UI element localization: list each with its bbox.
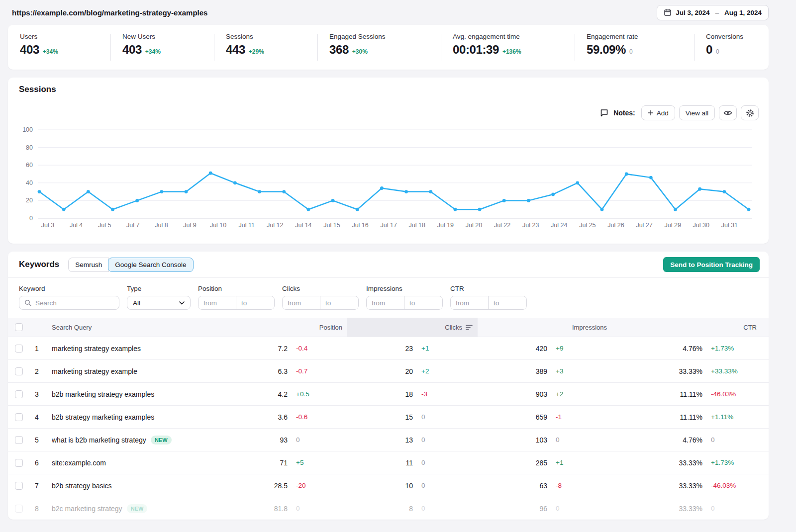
ctr-value: 11.11% (612, 390, 702, 398)
row-checkbox[interactable] (15, 345, 23, 353)
clicks-value: 13 (347, 436, 413, 444)
row-number: 8 (35, 505, 52, 513)
ctr-change: +33.33% (702, 367, 762, 375)
sort-desc-icon (466, 325, 473, 330)
metric-label: Engaged Sessions (329, 33, 441, 40)
impressions-value: 903 (478, 390, 547, 398)
clicks-change: 0 (413, 436, 478, 443)
clicks-change: +2 (413, 367, 478, 375)
keyword-filter: Keyword (19, 285, 119, 310)
position-from-input[interactable] (199, 296, 236, 309)
keywords-source-tabs: Semrush Google Search Console (68, 258, 193, 272)
impressions-value: 285 (478, 459, 547, 467)
tab-google-search-console[interactable]: Google Search Console (108, 258, 193, 272)
ctr-to-input[interactable] (489, 296, 526, 309)
clicks-from-input[interactable] (283, 296, 320, 309)
ctr-range (450, 296, 527, 310)
row-checkbox[interactable] (15, 459, 23, 467)
type-filter-label: Type (127, 285, 191, 292)
table-row: 4b2b strategy marketing examples3.6-0.61… (8, 405, 769, 428)
position-filter-label: Position (198, 285, 275, 292)
table-row: 3b2b marketing strategy examples4.2+0.51… (8, 382, 769, 405)
clicks-value: 20 (347, 367, 413, 375)
impressions-value: 103 (478, 436, 547, 444)
clicks-value: 23 (347, 345, 413, 353)
keyword-search-input[interactable] (19, 296, 119, 310)
svg-text:20: 20 (26, 197, 33, 204)
row-number: 5 (35, 436, 52, 444)
metric-value-row: 00 (706, 43, 769, 57)
clicks-to-input[interactable] (320, 296, 358, 309)
ctr-from-input[interactable] (451, 296, 489, 309)
metric-value: 00:01:39 (453, 43, 499, 57)
ctr-value: 11.11% (612, 413, 702, 421)
toggle-notes-visibility-button[interactable] (719, 105, 737, 120)
tab-semrush[interactable]: Semrush (68, 258, 109, 272)
clicks-value: 8 (347, 505, 413, 513)
header-position[interactable]: Position (234, 324, 347, 331)
select-all-checkbox[interactable] (15, 323, 23, 331)
impressions-change: +1 (547, 459, 612, 466)
chevron-down-icon (179, 301, 185, 305)
impressions-to-input[interactable] (404, 296, 442, 309)
table-row: 7b2b strategy basics28.5-2010063-833.33%… (8, 474, 769, 497)
svg-text:100: 100 (22, 126, 33, 133)
metric-label: Conversions (706, 33, 769, 40)
ctr-value: 4.76% (612, 345, 702, 353)
svg-text:Jul 20: Jul 20 (466, 222, 482, 229)
table-row: 2marketing strategy example6.3-0.720+238… (8, 359, 769, 382)
keyword-query: b2c marketing strategy (52, 505, 122, 513)
row-checkbox[interactable] (15, 436, 23, 444)
position-value: 3.6 (234, 413, 288, 421)
impressions-change: -1 (547, 413, 612, 421)
send-to-position-tracking-button[interactable]: Send to Position Tracking (663, 257, 760, 272)
svg-text:Jul 22: Jul 22 (494, 222, 510, 229)
position-value: 28.5 (234, 482, 288, 490)
position-change: -0.4 (288, 345, 347, 352)
row-checkbox[interactable] (15, 413, 23, 421)
impressions-change: 0 (547, 505, 612, 512)
keywords-panel: Keywords Semrush Google Search Console S… (8, 252, 769, 520)
table-row: 6site:example.com71+5110285+133.33%+1.73… (8, 451, 769, 474)
clicks-change: 0 (413, 459, 478, 466)
view-all-notes-button[interactable]: View all (679, 105, 715, 120)
impressions-value: 63 (478, 482, 547, 490)
svg-text:Jul 24: Jul 24 (551, 222, 567, 229)
type-select[interactable]: All (127, 296, 191, 310)
ctr-value: 4.76% (612, 436, 702, 444)
ctr-value: 33.33% (612, 482, 702, 490)
row-checkbox[interactable] (15, 390, 23, 398)
metric-value-row: 443+29% (226, 43, 317, 57)
chart-settings-button[interactable] (741, 105, 759, 120)
metric-engagement-rate: Engagement rate59.09%0 (575, 33, 694, 62)
row-number: 7 (35, 482, 52, 490)
impressions-change: +9 (547, 345, 612, 352)
metric-label: Users (20, 33, 110, 40)
impressions-from-input[interactable] (367, 296, 404, 309)
clicks-value: 11 (347, 459, 413, 467)
header-clicks[interactable]: Clicks (347, 318, 478, 337)
clicks-value: 15 (347, 413, 413, 421)
row-checkbox[interactable] (15, 482, 23, 490)
row-checkbox[interactable] (15, 367, 23, 375)
type-filter: Type All (127, 285, 191, 310)
top-bar: https://example.com/blog/marketing-strat… (8, 0, 769, 25)
svg-text:Jul 7: Jul 7 (126, 222, 139, 229)
position-change: +5 (288, 459, 347, 466)
position-to-input[interactable] (236, 296, 274, 309)
header-impressions[interactable]: Impressions (478, 324, 612, 331)
keyword-query-cell: b2c marketing strategyNEW (52, 504, 234, 513)
position-value: 7.2 (234, 345, 288, 353)
metric-change: +34% (43, 48, 58, 55)
sessions-chart[interactable]: 020406080100Jul 3Jul 4Jul 5Jul 7Jul 8Jul… (20, 121, 757, 239)
plus-icon (648, 110, 654, 116)
row-checkbox[interactable] (15, 505, 23, 513)
header-ctr[interactable]: CTR (612, 324, 762, 331)
impressions-value: 659 (478, 413, 547, 421)
clicks-filter: Clicks (282, 285, 359, 310)
svg-text:Jul 3: Jul 3 (41, 222, 54, 229)
keyword-query-cell: site:example.com (52, 459, 234, 467)
add-note-button[interactable]: Add (641, 105, 675, 120)
date-range-picker[interactable]: Jul 3, 2024 – Aug 1, 2024 (657, 5, 769, 20)
row-number: 3 (35, 390, 52, 398)
